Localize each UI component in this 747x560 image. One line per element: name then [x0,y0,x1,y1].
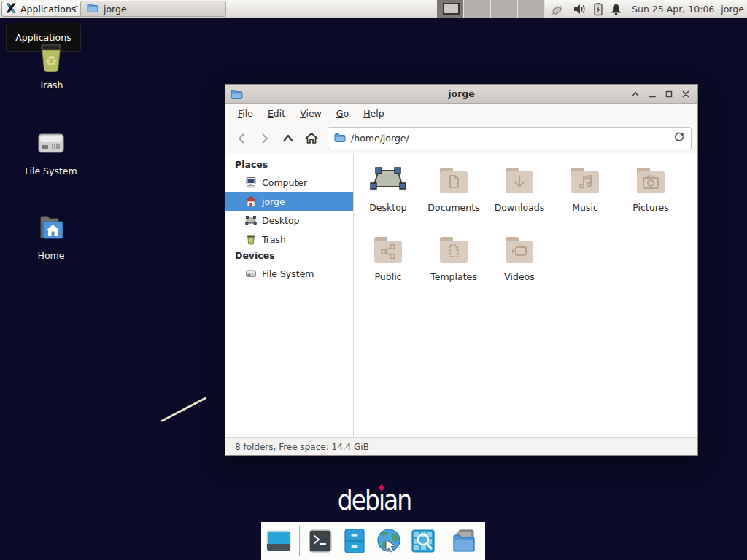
sidebar-item-file-system[interactable]: File System [225,264,353,283]
file-item-public[interactable]: Public [355,233,421,302]
workspace-2[interactable] [464,0,491,18]
file-item-pictures[interactable]: Pictures [618,163,684,233]
public-folder-icon [371,233,406,268]
window-folder-icon [231,88,243,102]
reload-icon[interactable] [673,131,685,145]
file-item-label: Music [552,202,618,213]
titlebar[interactable]: jorge [225,85,697,104]
file-manager-launcher[interactable] [341,527,368,555]
desktop-icon-trash[interactable]: ♻ Trash [13,39,89,90]
show-desktop-icon [265,527,293,555]
pictures-folder-icon [633,163,668,198]
file-item-downloads[interactable]: Downloads [487,163,552,233]
app-finder-icon [409,527,437,555]
notifications-bell-icon[interactable] [610,3,622,16]
workspace-switcher [437,0,545,18]
templates-folder-icon [436,233,471,268]
sidebar-item-jorge[interactable]: jorge [225,192,353,211]
devices-header: Devices [225,249,353,264]
folder-icon [87,2,98,15]
statusbar: 8 folders, Free space: 14.4 GiB [225,438,697,455]
globe-browser-icon [375,527,403,555]
session-user-label[interactable]: jorge [721,4,744,15]
window-controls [627,85,694,104]
menu-edit[interactable]: Edit [260,105,293,122]
file-item-label: Desktop [355,202,421,213]
trash-icon: ♻ [245,233,257,245]
application-finder-launcher[interactable] [409,527,437,555]
applications-menu-button[interactable]: Applications [1,1,83,17]
menu-file[interactable]: File [231,105,260,122]
clock[interactable]: Sun 25 Apr, 10:06 [632,4,714,15]
status-text: 8 folders, Free space: 14.4 GiB [235,442,369,452]
desktop-icon-home[interactable]: Home [13,210,89,261]
volume-icon[interactable] [573,3,587,15]
wallpaper-streak [160,397,206,422]
file-item-label: Documents [421,202,487,213]
web-browser-launcher[interactable] [375,527,403,555]
debian-wordmark: debıan [333,484,415,516]
user-home-icon [245,195,257,207]
top-panel: Applications jorge [0,0,747,18]
home-folder-icon [34,210,69,245]
desktop-icon-file-system[interactable]: File System [13,125,89,176]
path-folder-icon [334,132,346,145]
forward-button[interactable] [255,128,275,149]
applications-menu-label: Applications [20,4,76,15]
taskbar-window-button[interactable]: jorge [80,1,226,17]
close-button[interactable] [677,86,694,102]
sidebar-item-desktop[interactable]: Desktop [225,211,353,230]
workspace-3[interactable] [491,0,518,18]
file-grid: Desktop Documents Do [354,153,697,438]
terminal-icon [306,527,334,555]
home-button[interactable] [301,128,322,149]
directory-menu-button[interactable] [451,527,479,555]
menu-view[interactable]: View [293,105,329,122]
minimize-button[interactable] [643,86,660,102]
file-item-desktop[interactable]: Desktop [355,163,421,233]
sidebar-item-label: File System [262,268,314,279]
file-item-templates[interactable]: Templates [421,233,487,302]
back-button[interactable] [231,128,252,149]
shade-button[interactable] [627,86,643,102]
workspace-1[interactable] [437,0,464,18]
power-plug-icon[interactable] [550,2,566,17]
sidebar-item-trash[interactable]: ♻ Trash [225,230,353,249]
places-header: Places [225,158,353,173]
svg-text:♻: ♻ [45,53,57,69]
menubar: File Edit View Go Help [225,104,697,123]
menu-go[interactable]: Go [329,105,356,122]
xfce-applications-icon [5,2,17,16]
trash-icon: ♻ [34,39,69,74]
location-bar[interactable]: /home/jorge/ [328,127,692,149]
downloads-folder-icon [502,163,537,198]
hard-drive-icon [34,125,69,160]
sidebar-item-label: Trash [262,234,286,245]
desktop-icon-label: Home [13,250,89,261]
file-manager-window: jorge File Edit View Go Help [225,84,698,456]
panel-handle[interactable] [74,3,79,15]
workspace-4[interactable] [518,0,545,18]
up-button[interactable] [278,128,298,149]
file-item-videos[interactable]: Videos [487,233,552,302]
file-cabinet-icon [341,527,368,555]
sidebar-item-computer[interactable]: Computer [225,173,353,192]
svg-text:♻: ♻ [249,238,253,244]
file-item-label: Videos [487,271,552,282]
videos-folder-icon [502,233,537,268]
battery-charging-icon[interactable] [593,2,603,16]
desktop-icon-label: File System [13,166,89,176]
desktop: Applications jorge [0,0,747,560]
dock-separator [299,526,300,556]
maximize-button[interactable] [660,86,677,102]
terminal-launcher[interactable] [306,527,334,555]
path-text[interactable]: /home/jorge/ [351,133,668,144]
toolbar: /home/jorge/ [225,123,697,153]
workspace-window-preview [443,3,460,15]
menu-help[interactable]: Help [356,105,392,122]
file-item-music[interactable]: Music [552,163,618,233]
desktop-icon-label: Trash [13,79,89,90]
desktop-icon [245,214,257,226]
show-desktop-button[interactable] [265,527,293,555]
file-item-documents[interactable]: Documents [421,163,487,233]
